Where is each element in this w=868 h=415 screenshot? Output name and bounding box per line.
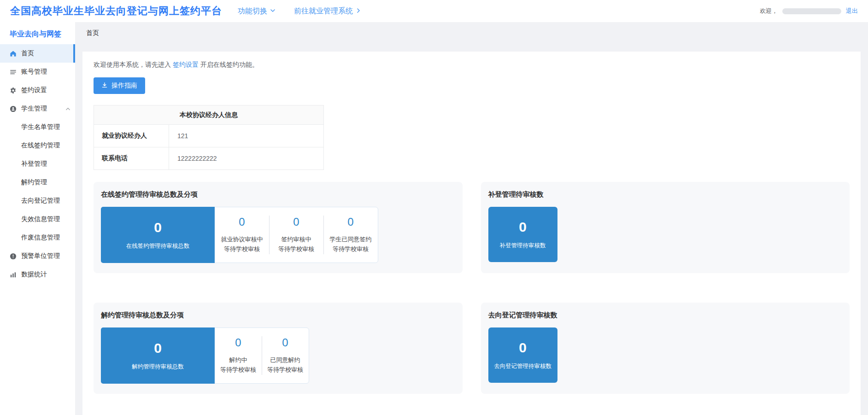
welcome-text-before: 欢迎使用本系统，请先进入 [94,61,171,68]
function-switch-label: 功能切换 [238,6,267,16]
sidebar-item-student-management[interactable]: 学生管理 [0,99,75,118]
function-switch-link[interactable]: 功能切换 [238,6,276,16]
sidebar-subitem-supplementary-registration[interactable]: 补登管理 [0,155,75,173]
stat-cell-signing-reviewing[interactable]: 0 签约审核中 等待学校审核 [269,207,323,263]
online-signing-panel: 0 在线签约管理待审核总数 0 就业协议审核中 等待学校审核 0 签约审核中 等… [101,207,378,263]
agent-name-label: 就业协议经办人 [94,125,169,147]
stat-cell-termination-agreed[interactable]: 0 已同意解约 等待学校审核 [262,328,309,383]
stat-label: 解约管理待审核总数 [132,363,184,371]
sidebar-item-account[interactable]: 账号管理 [0,63,75,81]
stat-value: 0 [519,220,527,234]
table-row: 就业协议经办人 121 [94,125,324,147]
app-header: 全国高校毕业生毕业去向登记与网上签约平台 功能切换 前往就业管理系统 欢迎， 退… [0,0,868,22]
agent-info-table: 本校协议经办人信息 就业协议经办人 121 联系电话 12222222222 [94,105,324,170]
card-title: 去向登记管理待审核数 [488,311,843,320]
table-header: 本校协议经办人信息 [94,105,324,125]
stat-label: 签约审核中 [282,234,311,244]
goto-employment-system-link[interactable]: 前往就业管理系统 [294,6,361,16]
stat-sublabel: 等待学校审核 [278,244,314,254]
logout-link[interactable]: 退出 [846,7,858,15]
stat-value: 0 [235,337,241,349]
sidebar: 毕业去向与网签 首页 账号管理 签约设置 [0,22,75,415]
sidebar-item-data-statistics[interactable]: 数据统计 [0,265,75,284]
main-area: 首页 欢迎使用本系统，请先进入签约设置开启在线签约功能。 操作指南 本校协议经办… [75,22,868,415]
card-title: 补登管理待审核数 [488,190,843,199]
tab-bar: 首页 [75,22,868,44]
sidebar-subitem-label: 在线签约管理 [21,141,60,150]
stat-cell-agreement-reviewing[interactable]: 0 就业协议审核中 等待学校审核 [215,207,269,263]
sidebar-subitem-contract-termination[interactable]: 解约管理 [0,173,75,192]
stat-label: 解约中 [229,355,247,365]
agent-name-value: 121 [169,125,324,147]
goto-employment-system-label: 前往就业管理系统 [294,6,353,16]
sidebar-subitem-label: 失效信息管理 [21,215,60,223]
sidebar-item-home[interactable]: 首页 [0,44,75,63]
redacted-username [782,8,841,14]
card-supplementary-pending: 补登管理待审核数 0 补登管理待审核数 [481,182,850,273]
sidebar-subitem-destination-registration[interactable]: 去向登记管理 [0,192,75,210]
sidebar-subitem-label: 解约管理 [21,178,47,187]
welcome-message: 欢迎使用本系统，请先进入签约设置开启在线签约功能。 [94,60,850,69]
stat-tile-termination-total[interactable]: 0 解约管理待审核总数 [101,327,215,384]
termination-panel: 0 解约管理待审核总数 0 解约中 等待学校审核 0 已同意解约 等待学校审核 [101,327,309,384]
table-header-row: 本校协议经办人信息 [94,105,324,125]
operation-guide-button[interactable]: 操作指南 [94,77,145,94]
chevron-up-icon [65,106,70,111]
warning-icon [9,252,17,260]
stat-label: 补登管理待审核数 [500,242,546,250]
table-row: 联系电话 12222222222 [94,147,324,170]
sidebar-subitem-online-signing[interactable]: 在线签约管理 [0,136,75,155]
stat-cards-grid: 在线签约管理待审核总数及分项 0 在线签约管理待审核总数 0 就业协议审核中 等… [94,182,850,394]
stat-sublabel: 等待学校审核 [267,365,303,374]
sidebar-subitem-label: 去向登记管理 [21,197,60,205]
card-online-signing-pending: 在线签约管理待审核总数及分项 0 在线签约管理待审核总数 0 就业协议审核中 等… [94,182,463,273]
stat-sublabel: 等待学校审核 [333,244,369,254]
stat-label: 就业协议审核中 [221,234,263,244]
stat-label: 学生已同意签约 [330,234,372,244]
stat-label: 去向登记管理待审核数 [494,362,551,370]
card-title: 在线签约管理待审核总数及分项 [101,190,455,199]
download-icon [101,82,108,90]
contact-phone-value: 12222222222 [169,147,324,170]
gear-icon [9,87,17,94]
stat-value: 0 [282,337,288,349]
contact-phone-label: 联系电话 [94,147,169,170]
stat-label: 在线签约管理待审核总数 [126,242,190,250]
sidebar-item-label: 签约设置 [21,86,47,94]
sidebar-subitem-label: 学生名单管理 [21,123,60,131]
header-user-area: 欢迎， 退出 [760,7,858,15]
stat-tile-supplementary-total[interactable]: 0 补登管理待审核数 [488,207,557,262]
signing-settings-link[interactable]: 签约设置 [173,61,199,68]
stat-tile-destination-total[interactable]: 0 去向登记管理待审核数 [488,327,557,383]
sidebar-item-label: 预警单位管理 [21,252,60,260]
stat-sublabel: 等待学校审核 [220,365,256,374]
sidebar-subitem-voided-info[interactable]: 作废信息管理 [0,228,75,247]
card-title: 解约管理待审核总数及分项 [101,311,455,320]
stat-value: 0 [154,220,162,235]
operation-guide-label: 操作指南 [111,82,137,90]
chevron-right-icon [356,7,361,15]
sidebar-menu: 首页 账号管理 签约设置 学生管理 [0,44,75,284]
sidebar-subitem-label: 作废信息管理 [21,234,60,242]
stat-value: 0 [154,341,162,356]
card-destination-pending: 去向登记管理待审核数 0 去向登记管理待审核数 [481,303,850,394]
welcome-label: 欢迎， [760,7,778,15]
stat-sublabel: 等待学校审核 [224,244,260,254]
page-content: 欢迎使用本系统，请先进入签约设置开启在线签约功能。 操作指南 本校协议经办人信息… [82,52,861,415]
stat-tile-online-signing-total[interactable]: 0 在线签约管理待审核总数 [101,207,215,263]
chevron-down-icon [270,7,276,15]
sidebar-subitem-student-list[interactable]: 学生名单管理 [0,118,75,136]
stat-value: 0 [239,216,245,228]
card-termination-pending: 解约管理待审核总数及分项 0 解约管理待审核总数 0 解约中 等待学校审核 0 [94,303,463,394]
sidebar-subitem-label: 补登管理 [21,160,47,168]
stat-cell-student-agreed[interactable]: 0 学生已同意签约 等待学校审核 [323,207,378,263]
tab-home[interactable]: 首页 [86,29,99,37]
stat-value: 0 [519,340,527,355]
sidebar-item-signing-settings[interactable]: 签约设置 [0,81,75,99]
stat-cell-terminating[interactable]: 0 解约中 等待学校审核 [215,328,262,383]
sidebar-subitem-invalid-info[interactable]: 失效信息管理 [0,210,75,228]
stat-value: 0 [347,216,353,228]
stat-value: 0 [293,216,299,228]
sidebar-item-label: 账号管理 [21,68,47,76]
sidebar-item-warning-units[interactable]: 预警单位管理 [0,247,75,265]
